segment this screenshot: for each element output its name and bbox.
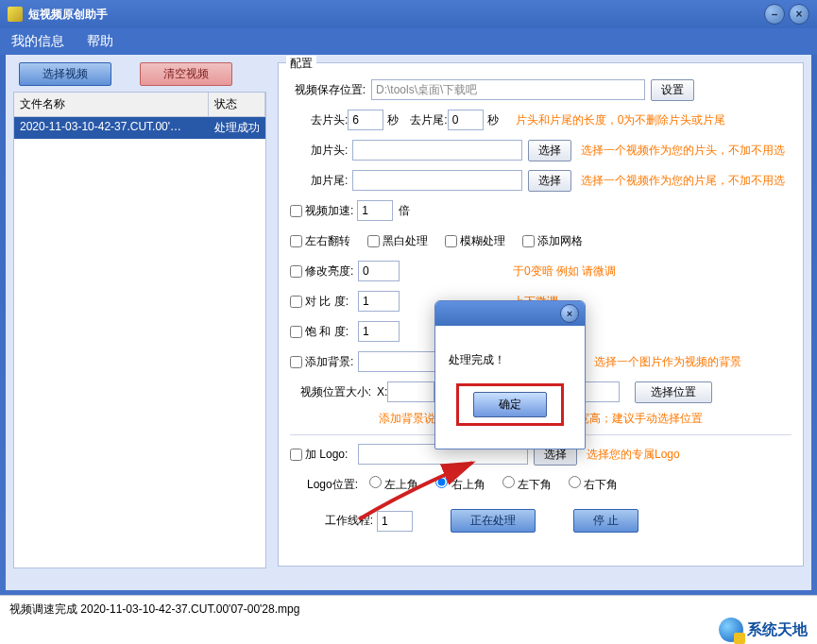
config-title: 配置 [286,56,316,72]
saturation-checkbox[interactable] [290,326,302,338]
sec-label-2: 秒 [487,112,499,128]
bg-checkbox[interactable] [290,356,302,368]
grid-label: 添加网格 [537,233,583,249]
watermark-globe-icon [719,618,743,642]
save-path-input[interactable] [371,79,645,100]
file-row-status: 处理成功 [209,117,265,139]
trim-head-label: 去片头: [311,112,348,128]
watermark: 系统天地 www.XiTongTianDi.net [719,618,808,642]
logo-pos-bl-label: 左下角 [518,478,552,491]
add-head-label: 加片头: [311,143,352,159]
sec-label-1: 秒 [387,112,399,128]
trim-hint: 片头和片尾的长度，0为不删除片头或片尾 [516,112,726,128]
threads-label: 工作线程: [290,513,373,529]
speed-input[interactable] [357,200,393,221]
dialog-message: 处理完成！ [449,352,571,368]
dialog-body: 处理完成！ 确定 [435,326,585,435]
save-path-label: 视频保存位置: [290,82,366,98]
flip-label: 左右翻转 [305,233,350,249]
blur-checkbox[interactable] [445,235,457,247]
contrast-input[interactable] [358,291,400,312]
select-position-button[interactable]: 选择位置 [635,381,712,403]
brightness-hint: 于0变暗 例如 请微调 [513,263,616,280]
pos-x-label: X: [377,385,387,398]
dialog-ok-highlight: 确定 [456,383,564,426]
file-list: 文件名称 状态 2020-11-03-10-42-37.CUT.00'… 处理成… [13,92,266,568]
contrast-checkbox[interactable] [290,296,302,308]
file-row-name: 2020-11-03-10-42-37.CUT.00'… [14,117,209,139]
logo-checkbox[interactable] [290,449,302,461]
app-icon [8,7,23,22]
choose-tail-button[interactable]: 选择 [528,170,571,192]
dialog-titlebar: × [435,301,585,326]
logo-pos-br-radio[interactable] [569,476,581,488]
speed-checkbox[interactable] [290,205,302,217]
header-filename[interactable]: 文件名称 [14,93,209,116]
add-tail-label: 加片尾: [311,173,352,189]
add-head-input[interactable] [352,140,522,161]
add-tail-input[interactable] [352,170,522,191]
titlebar: 短视频原创助手 － × [0,0,817,28]
header-status[interactable]: 状态 [209,93,265,116]
logo-pos-label: Logo位置: [290,477,358,493]
logo-hint: 选择您的专属Logo [587,447,680,463]
logo-label: 加 Logo: [305,447,358,463]
brightness-label: 修改亮度: [305,263,358,280]
left-panel: 选择视频 清空视频 文件名称 状态 2020-11-03-10-42-37.CU… [13,62,266,568]
content-area: 选择视频 清空视频 文件名称 状态 2020-11-03-10-42-37.CU… [6,55,811,590]
close-button[interactable]: × [789,4,809,25]
status-text: 视频调速完成 2020-11-03-10-42-37.CUT.00'07-00'… [9,602,299,618]
trim-tail-label: 去片尾: [410,112,447,128]
clear-video-button[interactable]: 清空视频 [140,62,232,86]
select-video-button[interactable]: 选择视频 [19,62,111,86]
logo-pos-tr-label: 右上角 [451,478,485,491]
menu-my-info[interactable]: 我的信息 [11,33,64,50]
processing-button[interactable]: 正在处理 [451,509,536,533]
pos-label: 视频位置大小: [290,384,371,400]
file-row[interactable]: 2020-11-03-10-42-37.CUT.00'… 处理成功 [14,117,265,139]
brightness-input[interactable] [358,261,400,281]
menu-help[interactable]: 帮助 [87,33,113,50]
saturation-input[interactable] [358,321,400,342]
add-tail-hint: 选择一个视频作为您的片尾，不加不用选 [581,173,785,189]
watermark-text: 系统天地 [747,620,808,640]
action-row: 选择视频 清空视频 [13,62,266,86]
set-path-button[interactable]: 设置 [651,79,694,101]
stop-button[interactable]: 停 止 [573,509,638,533]
file-list-header: 文件名称 状态 [14,93,265,117]
speed-unit: 倍 [399,203,410,219]
logo-pos-tl-label: 左上角 [384,478,418,491]
logo-pos-tl-radio[interactable] [369,476,382,488]
completion-dialog: × 处理完成！ 确定 [434,300,586,449]
bg-hint: 选择一个图片作为视频的背景 [594,354,741,370]
minimize-button[interactable]: － [764,4,785,25]
blur-label: 模糊处理 [460,233,505,249]
add-head-hint: 选择一个视频作为您的片头，不加不用选 [581,143,785,159]
logo-pos-bl-radio[interactable] [502,476,515,488]
contrast-label: 对 比 度: [305,294,358,310]
pos-x-input[interactable] [387,381,434,402]
grid-checkbox[interactable] [522,235,535,247]
trim-tail-input[interactable] [448,110,484,130]
app-title: 短视频原创助手 [28,7,760,23]
saturation-label: 饱 和 度: [305,324,358,340]
choose-head-button[interactable]: 选择 [528,140,571,161]
trim-head-input[interactable] [348,110,383,130]
brightness-checkbox[interactable] [290,265,302,278]
bw-checkbox[interactable] [367,235,380,247]
flip-checkbox[interactable] [290,235,302,247]
menubar: 我的信息 帮助 [0,28,817,55]
dialog-ok-button[interactable]: 确定 [473,392,547,417]
logo-pos-tr-radio[interactable] [435,476,448,488]
speed-label: 视频加速: [305,203,353,219]
bw-label: 黑白处理 [383,233,428,249]
logo-pos-br-label: 右下角 [584,478,618,491]
threads-input[interactable] [377,511,413,532]
bg-label: 添加背景: [305,354,358,370]
statusbar: 视频调速完成 2020-11-03-10-42-37.CUT.00'07-00'… [0,595,817,623]
app-window: 短视频原创助手 － × 我的信息 帮助 选择视频 清空视频 文件名称 状态 20… [0,0,817,623]
dialog-close-button[interactable]: × [560,304,579,323]
